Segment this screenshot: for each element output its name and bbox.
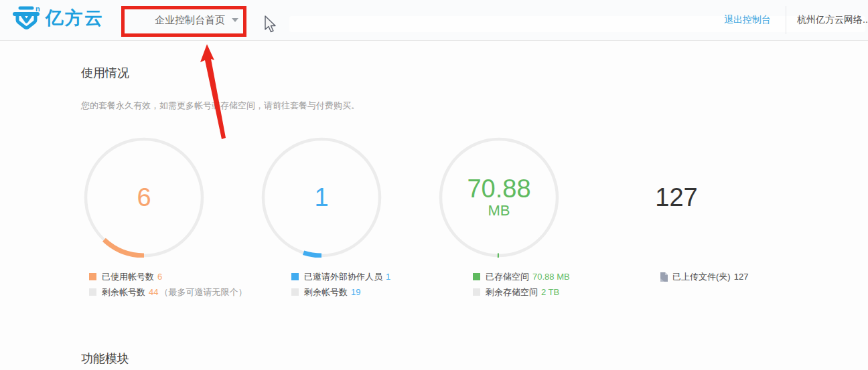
exit-console-link[interactable]: 退出控制台 bbox=[724, 14, 786, 26]
header-right-area: 退出控制台 杭州亿方云网络... bbox=[724, 0, 868, 40]
legend-swatch bbox=[291, 288, 299, 296]
usage-title: 使用情况 bbox=[81, 65, 868, 81]
legend-row: 剩余帐号数 19 bbox=[291, 284, 439, 300]
legend-value: 127 bbox=[734, 269, 749, 284]
console-home-dropdown-label: 企业控制台首页 bbox=[155, 14, 225, 27]
legend-swatch bbox=[473, 288, 480, 296]
legend-swatch bbox=[89, 273, 96, 280]
legend-label: 剩余帐号数 bbox=[102, 284, 145, 300]
legend-value: 2 TB bbox=[541, 284, 559, 300]
legend-swatch bbox=[473, 273, 480, 280]
storage-legend: 已存储空间 70.88 MB 剩余存储空间 2 TB bbox=[439, 269, 616, 300]
legend-value: 19 bbox=[351, 284, 360, 300]
legend-label: 已邀请外部协作人员 bbox=[304, 269, 382, 284]
legend-label: 剩余存储空间 bbox=[486, 284, 538, 300]
usage-section: 使用情况 您的套餐永久有效，如需更多帐号或存储空间，请前往套餐与付费购买。 6 … bbox=[0, 65, 868, 300]
storage-donut-chart: 70.88 MB bbox=[439, 137, 559, 258]
legend-swatch bbox=[291, 273, 299, 280]
gauge-collaborators: 1 已邀请外部协作人员 1 剩余帐号数 19 bbox=[261, 137, 439, 300]
usage-subtitle: 您的套餐永久有效，如需更多帐号或存储空间，请前往套餐与付费购买。 bbox=[81, 100, 868, 112]
files-count-number: 127 bbox=[616, 137, 737, 258]
usage-gauges: 6 已使用帐号数 6 剩余帐号数 44 （最多可邀请无限个） bbox=[84, 137, 868, 300]
legend-row: 已使用帐号数 6 bbox=[89, 269, 261, 284]
legend-value: 6 bbox=[157, 269, 162, 284]
gauge-files: 127 已上传文件(夹) 127 bbox=[616, 137, 794, 300]
accounts-legend: 已使用帐号数 6 剩余帐号数 44 （最多可邀请无限个） bbox=[84, 269, 261, 300]
legend-suffix: （最多可邀请无限个） bbox=[159, 284, 246, 300]
legend-label: 已使用帐号数 bbox=[102, 269, 154, 284]
collaborators-donut-chart: 1 bbox=[261, 137, 382, 258]
legend-label: 剩余帐号数 bbox=[304, 284, 348, 300]
top-header: n 亿方云 企业控制台首页 退出控制台 杭州亿方云网络... bbox=[0, 0, 868, 41]
legend-label: 已存储空间 bbox=[486, 269, 529, 284]
chevron-down-icon bbox=[232, 18, 238, 22]
legend-value: 70.88 MB bbox=[532, 269, 570, 284]
app-logo[interactable]: n 亿方云 bbox=[12, 5, 104, 35]
legend-value: 1 bbox=[386, 269, 390, 284]
legend-value: 44 bbox=[149, 284, 158, 300]
company-name[interactable]: 杭州亿方云网络... bbox=[786, 14, 868, 26]
collaborators-legend: 已邀请外部协作人员 1 剩余帐号数 19 bbox=[261, 269, 439, 300]
fangcloud-logo-icon: n bbox=[12, 5, 42, 35]
legend-row: 剩余存储空间 2 TB bbox=[473, 284, 616, 300]
legend-swatch bbox=[89, 288, 96, 296]
legend-row: 剩余帐号数 44 （最多可邀请无限个） bbox=[89, 284, 261, 300]
legend-row: 已邀请外部协作人员 1 bbox=[291, 269, 439, 284]
console-home-dropdown[interactable]: 企业控制台首页 bbox=[152, 9, 241, 32]
legend-row: 已存储空间 70.88 MB bbox=[473, 269, 616, 284]
file-icon bbox=[660, 272, 668, 282]
legend-row: 已上传文件(夹) 127 bbox=[660, 269, 794, 284]
gauge-accounts: 6 已使用帐号数 6 剩余帐号数 44 （最多可邀请无限个） bbox=[84, 137, 261, 300]
legend-label: 已上传文件(夹) bbox=[672, 269, 731, 284]
logo-text: 亿方云 bbox=[46, 5, 104, 31]
gauge-storage: 70.88 MB 已存储空间 70.88 MB 剩余存储空间 2 TB bbox=[439, 137, 616, 300]
accounts-donut-chart: 6 bbox=[84, 137, 204, 258]
modules-title: 功能模块 bbox=[81, 351, 868, 367]
files-legend: 已上传文件(夹) 127 bbox=[616, 269, 794, 284]
svg-text:n: n bbox=[35, 5, 40, 13]
